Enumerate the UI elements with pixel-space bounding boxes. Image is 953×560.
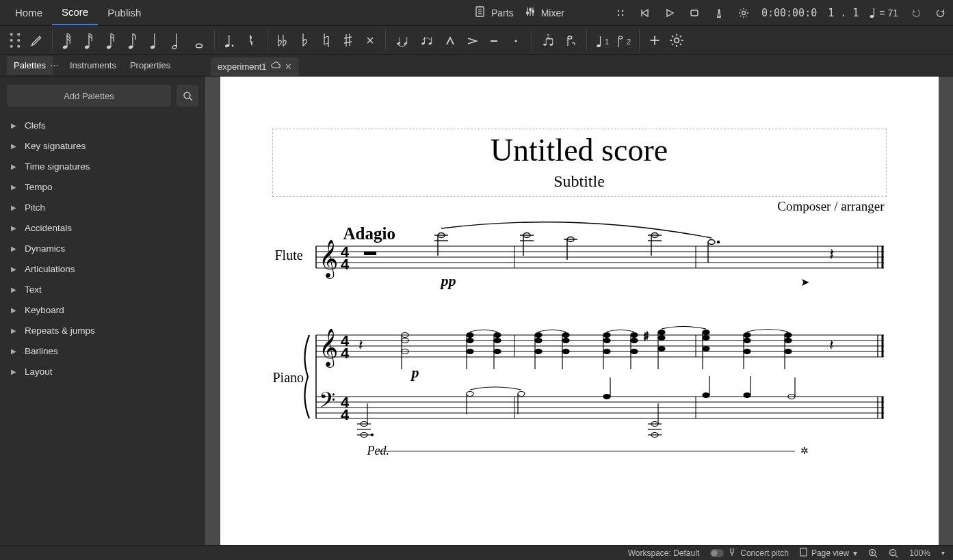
score-title[interactable]: Untitled score [276, 132, 883, 168]
rewind-button[interactable] [638, 6, 652, 20]
palette-label: Clefs [25, 120, 46, 131]
add-palettes-button[interactable]: Add Palettes [7, 85, 171, 107]
svg-point-143 [467, 333, 473, 338]
mixer-button[interactable]: Mixer [525, 6, 564, 19]
svg-point-81 [184, 92, 190, 98]
add-button[interactable] [644, 29, 666, 51]
svg-point-181 [785, 338, 792, 343]
svg-point-180 [785, 333, 792, 338]
palette-item-text[interactable]: ▶Text [7, 279, 198, 299]
palette-item-layout[interactable]: ▶Layout [7, 361, 198, 382]
score-composer[interactable]: Composer / arranger [777, 199, 884, 214]
tie-button[interactable] [390, 29, 415, 51]
chevron-down-icon: ▾ [853, 548, 857, 558]
flat-button[interactable] [293, 29, 315, 51]
undo-button[interactable] [909, 6, 923, 20]
parts-icon [475, 6, 486, 19]
tab-score[interactable]: Score [52, 0, 98, 25]
sharp-button[interactable] [337, 29, 359, 51]
page-view-label: Page view [811, 548, 849, 558]
note-8th-button[interactable] [122, 29, 144, 51]
page-view-selector[interactable]: Page view ▾ [800, 548, 857, 559]
palette-item-barlines[interactable]: ▶Barlines [7, 341, 198, 361]
note-half-button[interactable] [166, 29, 188, 51]
panel-tab-instruments[interactable]: Instruments [63, 56, 123, 75]
document-tab[interactable]: experiment1 ✕ [211, 57, 299, 76]
marcato-button[interactable] [439, 29, 461, 51]
svg-point-131 [708, 240, 715, 245]
tab-publish[interactable]: Publish [98, 0, 151, 25]
toolbar-settings-icon[interactable] [666, 29, 688, 51]
note-64th-button[interactable] [57, 29, 79, 51]
score-canvas[interactable]: Untitled score Subtitle Composer / arran… [205, 77, 953, 545]
play-button[interactable] [663, 6, 677, 20]
edit-pencil-icon[interactable] [26, 29, 48, 51]
palette-item-accidentals[interactable]: ▶Accidentals [7, 217, 198, 238]
svg-line-82 [190, 98, 192, 101]
note-16th-button[interactable] [101, 29, 122, 51]
tab-home[interactable]: Home [5, 0, 52, 25]
panel-tab-palettes[interactable]: Palettes [7, 56, 53, 75]
dot-button[interactable] [219, 29, 241, 51]
slur-button[interactable] [415, 29, 439, 51]
zoom-in-button[interactable] [868, 548, 878, 558]
zoom-out-button[interactable] [889, 548, 898, 558]
score-subtitle[interactable]: Subtitle [276, 172, 883, 191]
svg-text:4: 4 [341, 345, 350, 362]
palettes-menu-icon[interactable]: ⋯ [50, 60, 59, 70]
rest-button[interactable] [241, 29, 263, 51]
svg-point-194 [371, 434, 373, 436]
svg-point-24 [10, 38, 13, 41]
palette-item-keysig[interactable]: ▶Key signatures [7, 135, 198, 156]
palette-item-tempo[interactable]: ▶Tempo [7, 176, 198, 197]
svg-rect-217 [800, 548, 807, 556]
palette-item-repeats[interactable]: ▶Repeats & jumps [7, 320, 198, 341]
flip-stem-button[interactable] [560, 29, 582, 51]
palette-item-clefs[interactable]: ▶Clefs [7, 115, 198, 135]
drag-handle-icon[interactable] [4, 29, 26, 51]
voice-1-button[interactable]: 1 [591, 29, 613, 51]
document-tab-label: experiment1 [218, 62, 267, 72]
mixer-icon [525, 6, 536, 19]
parts-button[interactable]: Parts [475, 6, 514, 19]
palette-item-articulations[interactable]: ▶Articulations [7, 258, 198, 279]
svg-point-12 [618, 14, 619, 15]
tuplet-button[interactable]: 3 [536, 29, 560, 51]
double-flat-button[interactable] [272, 29, 293, 51]
voice-2-button[interactable]: 2 [613, 29, 635, 51]
staccato-button[interactable] [505, 29, 527, 51]
workspace-label[interactable]: Workspace: Default [628, 548, 700, 558]
close-tab-icon[interactable]: ✕ [285, 62, 292, 72]
zoom-level[interactable]: 100% [909, 548, 930, 558]
score-notation[interactable]: 𝄞 4 4 [268, 232, 891, 465]
mixer-label: Mixer [541, 8, 564, 18]
palette-item-keyboard[interactable]: ▶Keyboard [7, 299, 198, 320]
natural-button[interactable] [315, 29, 337, 51]
note-whole-button[interactable] [188, 29, 210, 51]
score-page[interactable]: Untitled score Subtitle Composer / arran… [220, 77, 939, 545]
svg-marker-14 [642, 10, 648, 16]
tenuto-button[interactable] [483, 29, 505, 51]
palette-item-dynamics[interactable]: ▶Dynamics [7, 238, 198, 258]
palette-item-pitch[interactable]: ▶Pitch [7, 197, 198, 217]
svg-text:1: 1 [605, 38, 609, 46]
note-quarter-button[interactable] [144, 29, 166, 51]
palette-item-timesig[interactable]: ▶Time signatures [7, 156, 198, 176]
grip-icon[interactable] [614, 6, 627, 20]
search-palettes-button[interactable] [177, 85, 198, 107]
accent-button[interactable] [461, 29, 483, 51]
settings-button[interactable] [737, 6, 750, 20]
chevron-right-icon: ▶ [11, 265, 18, 273]
chevron-down-icon[interactable]: ▾ [941, 549, 945, 557]
loop-button[interactable] [688, 6, 701, 20]
double-sharp-button[interactable] [359, 29, 381, 51]
concert-pitch-toggle[interactable]: Concert pitch [710, 547, 789, 559]
palette-label: Dynamics [25, 243, 65, 254]
redo-button[interactable] [934, 6, 948, 20]
title-frame[interactable]: Untitled score Subtitle Composer / arran… [272, 129, 887, 197]
svg-point-63 [514, 40, 517, 42]
note-32nd-button[interactable] [79, 29, 101, 51]
metronome-button[interactable] [712, 6, 726, 20]
svg-point-13 [622, 14, 623, 15]
panel-tab-properties[interactable]: Properties [123, 56, 177, 75]
